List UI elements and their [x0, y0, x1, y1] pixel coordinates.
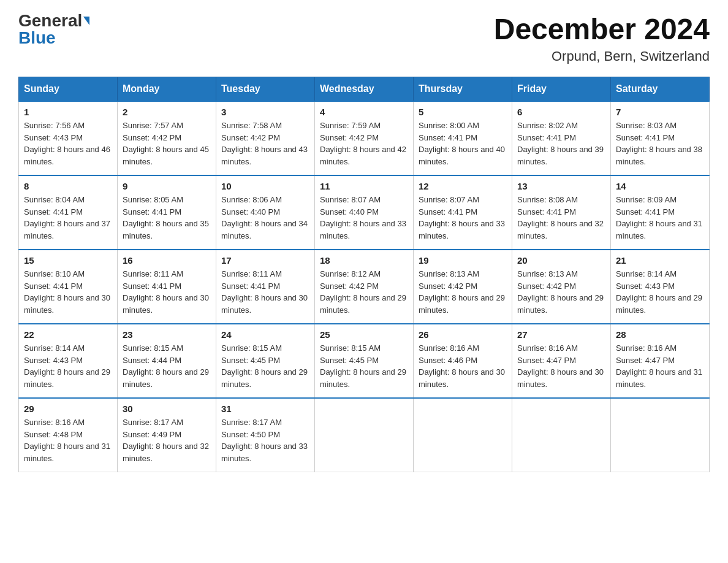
logo-general-text: General	[18, 12, 82, 29]
day-info: Sunrise: 8:07 AM Sunset: 4:40 PM Dayligh…	[320, 194, 408, 242]
day-number: 23	[123, 329, 211, 340]
day-number: 2	[123, 107, 211, 117]
day-number: 27	[517, 329, 605, 340]
day-info: Sunrise: 8:07 AM Sunset: 4:41 PM Dayligh…	[419, 194, 507, 242]
header-monday: Monday	[118, 77, 216, 102]
day-info: Sunrise: 8:15 AM Sunset: 4:45 PM Dayligh…	[320, 342, 408, 390]
header-friday: Friday	[512, 77, 611, 102]
day-number: 15	[24, 255, 112, 266]
day-info: Sunrise: 7:56 AM Sunset: 4:43 PM Dayligh…	[24, 120, 112, 167]
day-info: Sunrise: 8:03 AM Sunset: 4:41 PM Dayligh…	[616, 120, 704, 167]
day-number: 9	[123, 181, 211, 191]
day-info: Sunrise: 8:11 AM Sunset: 4:41 PM Dayligh…	[221, 268, 309, 316]
day-cell-29: 29 Sunrise: 8:16 AM Sunset: 4:48 PM Dayl…	[19, 398, 118, 472]
day-number: 21	[616, 255, 704, 266]
day-info: Sunrise: 8:14 AM Sunset: 4:43 PM Dayligh…	[616, 268, 704, 316]
day-info: Sunrise: 8:17 AM Sunset: 4:50 PM Dayligh…	[221, 416, 309, 464]
day-info: Sunrise: 8:02 AM Sunset: 4:41 PM Dayligh…	[517, 120, 605, 167]
empty-cell	[512, 398, 611, 472]
day-info: Sunrise: 8:15 AM Sunset: 4:45 PM Dayligh…	[221, 342, 309, 390]
day-info: Sunrise: 8:11 AM Sunset: 4:41 PM Dayligh…	[123, 268, 211, 316]
day-number: 7	[616, 107, 704, 117]
day-cell-13: 13 Sunrise: 8:08 AM Sunset: 4:41 PM Dayl…	[512, 175, 611, 250]
day-cell-31: 31 Sunrise: 8:17 AM Sunset: 4:50 PM Dayl…	[216, 398, 315, 472]
day-cell-20: 20 Sunrise: 8:13 AM Sunset: 4:42 PM Dayl…	[512, 250, 611, 324]
day-number: 26	[419, 329, 507, 340]
day-number: 6	[517, 107, 605, 117]
day-cell-27: 27 Sunrise: 8:16 AM Sunset: 4:47 PM Dayl…	[512, 324, 611, 398]
day-number: 3	[221, 107, 309, 117]
day-cell-25: 25 Sunrise: 8:15 AM Sunset: 4:45 PM Dayl…	[315, 324, 414, 398]
header-wednesday: Wednesday	[315, 77, 414, 102]
header-saturday: Saturday	[611, 77, 710, 102]
calendar-table: SundayMondayTuesdayWednesdayThursdayFrid…	[18, 77, 710, 472]
day-cell-14: 14 Sunrise: 8:09 AM Sunset: 4:41 PM Dayl…	[611, 175, 710, 250]
logo-triangle-icon	[83, 17, 89, 25]
day-number: 13	[517, 181, 605, 191]
day-number: 14	[616, 181, 704, 191]
day-cell-10: 10 Sunrise: 8:06 AM Sunset: 4:40 PM Dayl…	[216, 175, 315, 250]
day-info: Sunrise: 8:04 AM Sunset: 4:41 PM Dayligh…	[24, 194, 112, 242]
day-info: Sunrise: 8:00 AM Sunset: 4:41 PM Dayligh…	[419, 120, 507, 167]
day-cell-6: 6 Sunrise: 8:02 AM Sunset: 4:41 PM Dayli…	[512, 101, 611, 175]
day-info: Sunrise: 8:10 AM Sunset: 4:41 PM Dayligh…	[24, 268, 112, 316]
week-row-1: 1 Sunrise: 7:56 AM Sunset: 4:43 PM Dayli…	[19, 101, 710, 175]
day-cell-24: 24 Sunrise: 8:15 AM Sunset: 4:45 PM Dayl…	[216, 324, 315, 398]
day-info: Sunrise: 8:06 AM Sunset: 4:40 PM Dayligh…	[221, 194, 309, 242]
day-number: 25	[320, 329, 408, 340]
day-cell-7: 7 Sunrise: 8:03 AM Sunset: 4:41 PM Dayli…	[611, 101, 710, 175]
day-cell-9: 9 Sunrise: 8:05 AM Sunset: 4:41 PM Dayli…	[118, 175, 216, 250]
day-number: 12	[419, 181, 507, 191]
day-cell-4: 4 Sunrise: 7:59 AM Sunset: 4:42 PM Dayli…	[315, 101, 414, 175]
day-number: 17	[221, 255, 309, 266]
day-info: Sunrise: 8:13 AM Sunset: 4:42 PM Dayligh…	[517, 268, 605, 316]
header-thursday: Thursday	[414, 77, 512, 102]
day-info: Sunrise: 7:57 AM Sunset: 4:42 PM Dayligh…	[123, 120, 211, 167]
day-number: 5	[419, 107, 507, 117]
empty-cell	[611, 398, 710, 472]
day-info: Sunrise: 7:59 AM Sunset: 4:42 PM Dayligh…	[320, 120, 408, 167]
day-cell-26: 26 Sunrise: 8:16 AM Sunset: 4:46 PM Dayl…	[414, 324, 512, 398]
day-number: 11	[320, 181, 408, 191]
day-number: 19	[419, 255, 507, 266]
day-info: Sunrise: 8:13 AM Sunset: 4:42 PM Dayligh…	[419, 268, 507, 316]
day-cell-23: 23 Sunrise: 8:15 AM Sunset: 4:44 PM Dayl…	[118, 324, 216, 398]
day-number: 29	[24, 404, 112, 414]
title-block: December 2024 Orpund, Bern, Switzerland	[494, 12, 710, 64]
day-info: Sunrise: 8:08 AM Sunset: 4:41 PM Dayligh…	[517, 194, 605, 242]
day-info: Sunrise: 8:09 AM Sunset: 4:41 PM Dayligh…	[616, 194, 704, 242]
day-number: 18	[320, 255, 408, 266]
day-number: 8	[24, 181, 112, 191]
month-title: December 2024	[494, 12, 710, 46]
day-info: Sunrise: 8:16 AM Sunset: 4:47 PM Dayligh…	[616, 342, 704, 390]
day-info: Sunrise: 8:05 AM Sunset: 4:41 PM Dayligh…	[123, 194, 211, 242]
day-number: 30	[123, 404, 211, 414]
day-info: Sunrise: 7:58 AM Sunset: 4:42 PM Dayligh…	[221, 120, 309, 167]
day-info: Sunrise: 8:16 AM Sunset: 4:46 PM Dayligh…	[419, 342, 507, 390]
day-number: 22	[24, 329, 112, 340]
day-number: 1	[24, 107, 112, 117]
day-cell-19: 19 Sunrise: 8:13 AM Sunset: 4:42 PM Dayl…	[414, 250, 512, 324]
day-cell-15: 15 Sunrise: 8:10 AM Sunset: 4:41 PM Dayl…	[19, 250, 118, 324]
empty-cell	[315, 398, 414, 472]
day-cell-1: 1 Sunrise: 7:56 AM Sunset: 4:43 PM Dayli…	[19, 101, 118, 175]
day-number: 16	[123, 255, 211, 266]
location: Orpund, Bern, Switzerland	[494, 48, 710, 64]
day-number: 24	[221, 329, 309, 340]
logo-blue-text: Blue	[18, 29, 56, 47]
day-number: 20	[517, 255, 605, 266]
day-number: 31	[221, 404, 309, 414]
empty-cell	[414, 398, 512, 472]
day-cell-3: 3 Sunrise: 7:58 AM Sunset: 4:42 PM Dayli…	[216, 101, 315, 175]
day-cell-18: 18 Sunrise: 8:12 AM Sunset: 4:42 PM Dayl…	[315, 250, 414, 324]
day-cell-12: 12 Sunrise: 8:07 AM Sunset: 4:41 PM Dayl…	[414, 175, 512, 250]
day-info: Sunrise: 8:16 AM Sunset: 4:48 PM Dayligh…	[24, 416, 112, 464]
header-row: SundayMondayTuesdayWednesdayThursdayFrid…	[19, 77, 710, 102]
day-cell-8: 8 Sunrise: 8:04 AM Sunset: 4:41 PM Dayli…	[19, 175, 118, 250]
week-row-4: 22 Sunrise: 8:14 AM Sunset: 4:43 PM Dayl…	[19, 324, 710, 398]
week-row-3: 15 Sunrise: 8:10 AM Sunset: 4:41 PM Dayl…	[19, 250, 710, 324]
day-number: 28	[616, 329, 704, 340]
day-info: Sunrise: 8:16 AM Sunset: 4:47 PM Dayligh…	[517, 342, 605, 390]
day-cell-5: 5 Sunrise: 8:00 AM Sunset: 4:41 PM Dayli…	[414, 101, 512, 175]
day-cell-28: 28 Sunrise: 8:16 AM Sunset: 4:47 PM Dayl…	[611, 324, 710, 398]
